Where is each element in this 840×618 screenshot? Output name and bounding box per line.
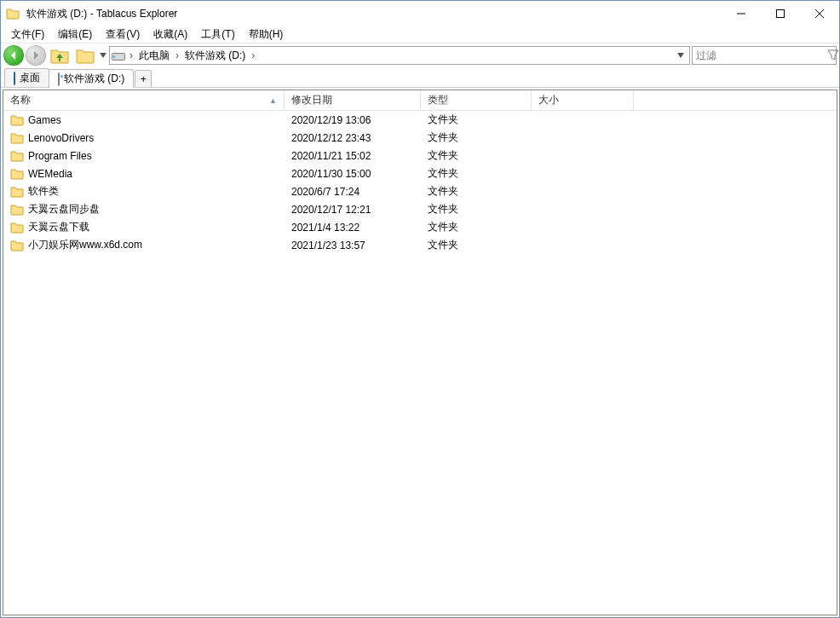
tab-label: 软件游戏 (D:) (64, 72, 124, 86)
tab-label: 桌面 (20, 71, 40, 85)
breadcrumb-sep-icon: › (173, 49, 181, 61)
file-type: 文件夹 (421, 184, 532, 199)
address-bar[interactable]: › 此电脑 › 软件游戏 (D:) › (109, 46, 690, 65)
menu-view[interactable]: 查看(V) (99, 26, 147, 43)
table-row[interactable]: LenovoDrivers2020/12/12 23:43文件夹 (3, 129, 837, 147)
menu-favorite[interactable]: 收藏(A) (147, 26, 194, 43)
window-title: 软件游戏 (D:) - Tablacus Explorer (25, 7, 177, 21)
svg-rect-0 (777, 10, 785, 18)
folder-icon (10, 113, 24, 127)
up-folder-button[interactable] (48, 45, 72, 66)
file-name: Program Files (28, 150, 92, 162)
folder-icon (10, 167, 24, 181)
minimize-button[interactable] (722, 1, 761, 26)
file-type: 文件夹 (421, 148, 532, 163)
file-type: 文件夹 (421, 166, 532, 181)
table-row[interactable]: Program Files2020/11/21 15:02文件夹 (3, 147, 837, 165)
folder-icon (10, 221, 24, 234)
folder-icon (10, 203, 24, 217)
breadcrumb-segment[interactable]: 软件游戏 (D:) (183, 49, 247, 63)
sort-asc-icon: ▲ (269, 96, 277, 105)
new-tab-button[interactable]: + (135, 70, 152, 87)
open-folder-button[interactable] (73, 45, 97, 66)
app-folder-icon (6, 7, 20, 20)
file-type: 文件夹 (421, 202, 532, 217)
file-date: 2020/12/19 13:06 (285, 114, 421, 126)
tab-desktop[interactable]: 桌面 (4, 68, 49, 87)
close-button[interactable] (800, 1, 839, 26)
table-row[interactable]: 天翼云盘同步盘2020/12/17 12:21文件夹 (3, 200, 837, 218)
file-date: 2020/12/12 23:43 (285, 132, 421, 144)
file-type: 文件夹 (421, 130, 532, 145)
history-dropdown[interactable] (99, 45, 107, 66)
breadcrumb-root[interactable]: 此电脑 (137, 49, 171, 63)
file-date: 2020/12/17 12:21 (285, 204, 421, 216)
file-name: 天翼云盘下载 (28, 220, 89, 234)
file-name: LenovoDrivers (28, 132, 94, 144)
desktop-icon (14, 72, 15, 84)
maximize-button[interactable] (761, 1, 800, 26)
filter-icon[interactable] (827, 49, 839, 61)
menu-edit[interactable]: 编辑(E) (51, 26, 99, 43)
column-header-size[interactable]: 大小 (532, 90, 634, 110)
nav-toolbar: › 此电脑 › 软件游戏 (D:) › (1, 43, 839, 67)
drive-icon (58, 73, 60, 85)
list-header: 名称 ▲ 修改日期 类型 大小 (3, 90, 837, 111)
file-date: 2021/1/23 13:57 (285, 240, 421, 251)
breadcrumb-sep-icon: › (127, 49, 135, 61)
file-type: 文件夹 (421, 220, 532, 234)
menu-bar: 文件(F) 编辑(E) 查看(V) 收藏(A) 工具(T) 帮助(H) (1, 26, 839, 43)
menu-file[interactable]: 文件(F) (4, 26, 51, 43)
column-header-type[interactable]: 类型 (421, 90, 532, 110)
filter-box[interactable] (692, 46, 837, 65)
tab-bar: 桌面 软件游戏 (D:) + (1, 67, 839, 88)
file-date: 2020/11/30 15:00 (285, 168, 421, 180)
file-type: 文件夹 (421, 113, 532, 127)
column-header-name[interactable]: 名称 ▲ (3, 90, 285, 110)
table-row[interactable]: WEMedia2020/11/30 15:00文件夹 (3, 165, 837, 182)
file-name: WEMedia (28, 168, 72, 180)
back-button[interactable] (3, 45, 24, 66)
table-row[interactable]: 小刀娱乐网www.x6d.com2021/1/23 13:57文件夹 (3, 236, 837, 254)
tab-drive-d[interactable]: 软件游戏 (D:) (49, 69, 134, 88)
column-header-date[interactable]: 修改日期 (285, 90, 421, 110)
file-list: 名称 ▲ 修改日期 类型 大小 Games2020/12/19 13:06文件夹… (3, 90, 837, 615)
file-date: 2020/6/7 17:24 (285, 186, 421, 198)
filter-input[interactable] (693, 49, 827, 61)
forward-button[interactable] (26, 45, 46, 66)
file-date: 2021/1/4 13:22 (285, 222, 421, 234)
table-row[interactable]: Games2020/12/19 13:06文件夹 (3, 111, 837, 129)
folder-icon (10, 239, 24, 252)
title-bar: 软件游戏 (D:) - Tablacus Explorer (1, 1, 839, 26)
breadcrumb-sep-icon: › (249, 49, 257, 61)
drive-icon (112, 50, 125, 61)
folder-icon (10, 131, 24, 145)
folder-icon (10, 185, 24, 199)
table-row[interactable]: 软件类2020/6/7 17:24文件夹 (3, 182, 837, 200)
table-row[interactable]: 天翼云盘下载2021/1/4 13:22文件夹 (3, 218, 837, 236)
menu-help[interactable]: 帮助(H) (242, 26, 291, 43)
svg-point-2 (113, 55, 115, 57)
file-name: 软件类 (28, 184, 59, 199)
menu-tools[interactable]: 工具(T) (194, 26, 241, 43)
folder-icon (10, 149, 24, 163)
file-name: Games (28, 114, 61, 126)
file-name: 小刀娱乐网www.x6d.com (28, 238, 142, 252)
file-name: 天翼云盘同步盘 (28, 202, 100, 217)
address-dropdown[interactable] (674, 47, 688, 64)
file-date: 2020/11/21 15:02 (285, 150, 421, 162)
file-type: 文件夹 (421, 238, 532, 252)
